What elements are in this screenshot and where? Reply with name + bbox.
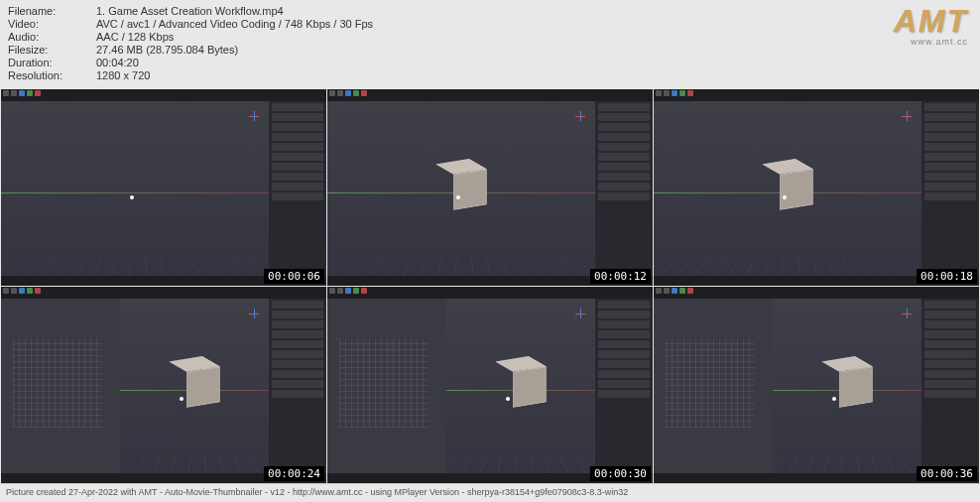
cursor-icon: [832, 397, 836, 401]
thumbnail-3: 00:00:18: [654, 89, 979, 286]
uv-grid: [339, 338, 429, 428]
nav-gizmo-icon: [571, 107, 589, 125]
timestamp-badge: 00:00:36: [917, 466, 977, 481]
app-topbar: [327, 287, 653, 299]
logo-text: AMT: [894, 5, 968, 37]
timestamp-badge: 00:00:18: [917, 269, 977, 284]
cursor-icon: [180, 397, 184, 401]
logo: AMT www.amt.cc: [894, 5, 972, 47]
3d-viewport: [773, 299, 921, 473]
properties-panel: [921, 101, 979, 276]
nav-gizmo-icon: [245, 305, 263, 322]
floor-grid: [446, 456, 595, 473]
filesize-value: 27.46 MB (28.795.084 Bytes): [96, 44, 373, 56]
duration-value: 00:04:20: [96, 57, 373, 68]
uv-editor-panel: [1, 299, 120, 473]
resolution-label: Resolution:: [8, 69, 92, 81]
cursor-icon: [456, 195, 460, 199]
app-topbar: [327, 89, 653, 101]
filesize-label: Filesize:: [8, 44, 92, 56]
uv-grid: [13, 338, 102, 428]
filename-label: Filename:: [8, 5, 92, 17]
timestamp-badge: 00:00:30: [590, 466, 651, 481]
thumbnail-2: 00:00:12: [327, 89, 653, 286]
cursor-icon: [783, 195, 787, 199]
cursor-icon: [130, 195, 134, 199]
3d-viewport: [1, 101, 269, 276]
properties-panel: [269, 101, 326, 276]
nav-gizmo-icon: [245, 107, 263, 125]
video-value: AVC / avc1 / Advanced Video Coding / 748…: [96, 18, 373, 30]
cube-mesh: [444, 165, 478, 206]
file-info: Filename: 1. Game Asset Creation Workflo…: [8, 5, 373, 81]
app-topbar: [654, 89, 979, 101]
timestamp-badge: 00:00:06: [264, 269, 324, 284]
3d-viewport: [654, 101, 921, 276]
properties-panel: [269, 299, 326, 473]
timestamp-badge: 00:00:24: [264, 466, 324, 481]
thumbnail-5: 00:00:30: [327, 287, 653, 483]
nav-gizmo-icon: [898, 107, 916, 125]
floor-grid: [654, 259, 921, 276]
footer-text: Picture created 27-Apr-2022 with AMT - A…: [6, 487, 628, 497]
app-topbar: [1, 287, 326, 299]
uv-grid: [666, 338, 755, 428]
properties-panel: [595, 101, 653, 276]
uv-editor-panel: [327, 299, 446, 473]
resolution-value: 1280 x 720: [96, 69, 373, 81]
duration-label: Duration:: [8, 57, 92, 68]
audio-value: AAC / 128 Kbps: [96, 31, 373, 43]
thumbnail-1: 00:00:06: [1, 89, 326, 286]
floor-grid: [773, 456, 921, 473]
thumbnails-grid: 00:00:0600:00:1200:00:1800:00:2400:00:30…: [0, 89, 980, 483]
header: Filename: 1. Game Asset Creation Workflo…: [0, 0, 980, 89]
timestamp-badge: 00:00:12: [590, 269, 651, 284]
floor-grid: [120, 456, 269, 473]
cursor-icon: [506, 397, 510, 401]
nav-gizmo-icon: [898, 305, 916, 322]
video-label: Video:: [8, 18, 92, 30]
thumbnail-6: 00:00:36: [654, 287, 979, 483]
properties-panel: [921, 299, 979, 473]
floor-grid: [327, 259, 595, 276]
3d-viewport: [446, 299, 595, 473]
audio-label: Audio:: [8, 31, 92, 43]
axis-x: [1, 192, 269, 193]
app-topbar: [654, 287, 979, 299]
thumbnail-4: 00:00:24: [1, 287, 326, 483]
floor-grid: [1, 259, 269, 276]
nav-gizmo-icon: [571, 305, 589, 322]
app-topbar: [1, 89, 326, 101]
cube-mesh: [771, 165, 804, 206]
properties-panel: [595, 299, 653, 473]
3d-viewport: [120, 299, 269, 473]
3d-viewport: [327, 101, 595, 276]
footer: Picture created 27-Apr-2022 with AMT - A…: [0, 483, 980, 501]
uv-editor-panel: [654, 299, 773, 473]
filename-value: 1. Game Asset Creation Workflow.mp4: [96, 5, 373, 17]
